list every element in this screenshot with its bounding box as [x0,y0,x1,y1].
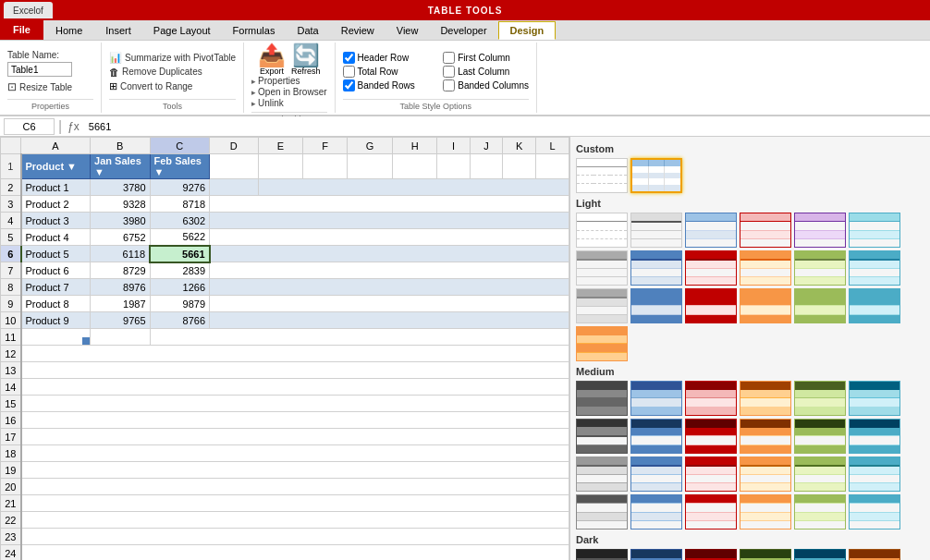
light-style-15[interactable] [685,288,737,323]
medium-style-22[interactable] [740,494,791,530]
cell-c3[interactable]: 8718 [150,196,209,213]
medium-style-23[interactable] [794,494,846,530]
dark-style-2[interactable] [630,549,682,560]
light-style-16[interactable] [740,288,791,323]
tab-view[interactable]: View [385,21,430,40]
light-style-11[interactable] [794,250,846,286]
cell-c8[interactable]: 1266 [150,279,209,296]
medium-style-16[interactable] [740,457,791,492]
banded-rows-checkbox[interactable] [343,79,355,91]
cell-reference-box[interactable] [4,118,55,135]
medium-style-6[interactable] [849,381,900,416]
row-header-23[interactable]: 23 [1,529,21,545]
row-header-12[interactable]: 12 [1,346,21,362]
export-button[interactable]: 📤 Export [258,44,286,76]
light-style-14[interactable] [630,288,682,323]
dark-style-4[interactable] [740,549,791,560]
row-header-19[interactable]: 19 [1,462,21,479]
row-header-9[interactable]: 9 [1,296,21,312]
light-style-18[interactable] [849,288,900,323]
col-header-j[interactable]: J [470,138,503,154]
light-style-13[interactable] [576,288,628,323]
cell-b4[interactable]: 3980 [91,213,150,229]
cell-k1[interactable] [503,154,536,179]
row-header-3[interactable]: 3 [1,196,21,213]
col-header-k[interactable]: K [503,138,536,154]
cell-a9[interactable]: Product 8 [21,296,91,312]
tab-data[interactable]: Data [286,21,329,40]
light-style-9[interactable] [685,250,737,286]
tab-review[interactable]: Review [330,21,385,40]
medium-style-13[interactable] [576,457,628,492]
cell-g1[interactable] [348,154,393,179]
row-header-7[interactable]: 7 [1,262,21,279]
remove-duplicates-button[interactable]: 🗑 Remove Duplicates [109,67,236,78]
row-header-24[interactable]: 24 [1,545,21,561]
medium-style-14[interactable] [630,457,682,492]
light-style-4[interactable] [740,213,791,248]
tab-developer[interactable]: Developer [429,21,497,40]
col-header-c[interactable]: C [150,138,209,154]
cell-a8[interactable]: Product 7 [21,279,91,296]
cell-b7[interactable]: 8729 [91,262,150,279]
tab-home[interactable]: Home [43,21,94,40]
medium-style-7[interactable] [576,419,628,454]
row-header-4[interactable]: 4 [1,213,21,229]
tab-design[interactable]: Design [498,21,557,40]
cell-a2[interactable]: Product 1 [21,179,91,196]
properties-link[interactable]: ▸Properties [251,76,326,86]
light-style-10[interactable] [740,250,791,286]
cell-a7[interactable]: Product 6 [21,262,91,279]
row-header-15[interactable]: 15 [1,396,21,412]
cell-l1[interactable] [536,154,569,179]
refresh-button[interactable]: 🔄 Refresh [291,44,321,76]
row-header-18[interactable]: 18 [1,445,21,462]
medium-style-18[interactable] [849,457,900,492]
light-style-12[interactable] [849,250,900,286]
cell-b9[interactable]: 1987 [91,296,150,312]
tab-page-layout[interactable]: Page Layout [142,21,222,40]
row-header-21[interactable]: 21 [1,495,21,512]
col-header-f[interactable]: F [303,138,348,154]
cell-h1[interactable] [392,154,436,179]
cell-c6-selected[interactable]: 5661 [150,246,209,262]
medium-style-5[interactable] [794,381,846,416]
row-header-2[interactable]: 2 [1,179,21,196]
header-row-checkbox[interactable] [343,52,355,64]
file-tab[interactable]: Excelof [4,2,53,18]
light-style-8[interactable] [630,250,682,286]
col-header-l[interactable]: L [536,138,569,154]
cell-b2[interactable]: 3780 [91,179,150,196]
cell-e1[interactable] [258,154,302,179]
tab-formulas[interactable]: Formulas [222,21,287,40]
light-style-7[interactable] [576,250,628,286]
cell-c10[interactable]: 8766 [150,312,209,329]
custom-style-1[interactable] [576,158,628,193]
cell-b8[interactable]: 8976 [91,279,150,296]
col-header-d[interactable]: D [210,138,259,154]
dark-style-3[interactable] [685,549,737,560]
cell-b1[interactable]: Jan Sales ▼ [91,154,150,179]
cell-c7[interactable]: 2839 [150,262,209,279]
banded-columns-checkbox[interactable] [443,79,455,91]
resize-table-button[interactable]: ⊡ Resize Table [7,80,93,93]
cell-i1[interactable] [437,154,470,179]
medium-style-19[interactable] [576,494,628,530]
medium-style-17[interactable] [794,457,846,492]
col-header-e[interactable]: E [258,138,302,154]
light-style-2[interactable] [630,213,682,248]
col-header-a[interactable]: A [21,138,91,154]
cell-b6[interactable]: 6118 [91,246,150,262]
medium-style-10[interactable] [740,419,791,454]
medium-style-8[interactable] [630,419,682,454]
medium-style-12[interactable] [849,419,900,454]
dark-style-5[interactable] [794,549,846,560]
formula-input[interactable] [85,118,926,135]
cell-a10[interactable]: Product 9 [21,312,91,329]
cell-c4[interactable]: 6302 [150,213,209,229]
row-header-10[interactable]: 10 [1,312,21,329]
medium-style-15[interactable] [685,457,737,492]
cell-a5[interactable]: Product 4 [21,229,91,246]
cell-j1[interactable] [470,154,503,179]
row-header-17[interactable]: 17 [1,429,21,445]
